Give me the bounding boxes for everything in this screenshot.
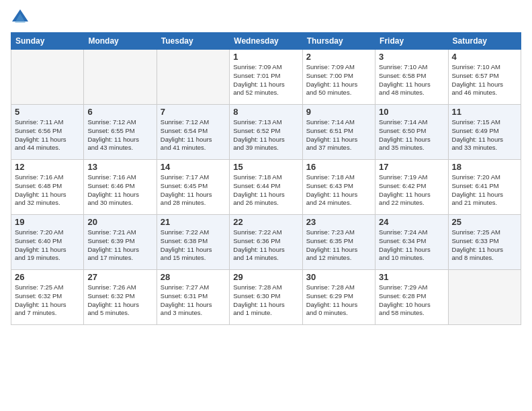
day-number: 7 [161, 107, 226, 117]
day-number: 31 [379, 272, 444, 282]
day-number: 25 [452, 217, 517, 227]
calendar-cell [157, 50, 229, 105]
day-info: Sunrise: 7:18 AM Sunset: 6:43 PM Dayligh… [306, 173, 371, 208]
logo-icon [11, 8, 30, 27]
day-number: 23 [306, 217, 371, 227]
day-number: 21 [161, 217, 226, 227]
calendar-cell: 8Sunrise: 7:13 AM Sunset: 6:52 PM Daylig… [230, 105, 302, 160]
day-number: 3 [379, 52, 444, 62]
day-number: 26 [15, 272, 80, 282]
day-info: Sunrise: 7:25 AM Sunset: 6:33 PM Dayligh… [452, 228, 517, 263]
day-number: 2 [306, 52, 371, 62]
calendar-cell: 3Sunrise: 7:10 AM Sunset: 6:58 PM Daylig… [375, 50, 448, 105]
week-row-5: 26Sunrise: 7:25 AM Sunset: 6:32 PM Dayli… [11, 270, 521, 325]
calendar-cell: 15Sunrise: 7:18 AM Sunset: 6:44 PM Dayli… [230, 160, 302, 215]
day-info: Sunrise: 7:28 AM Sunset: 6:30 PM Dayligh… [233, 283, 298, 318]
week-row-4: 19Sunrise: 7:20 AM Sunset: 6:40 PM Dayli… [11, 215, 521, 270]
logo [11, 8, 32, 27]
calendar-cell: 12Sunrise: 7:16 AM Sunset: 6:48 PM Dayli… [11, 160, 84, 215]
calendar-cell [448, 270, 521, 325]
calendar-cell: 7Sunrise: 7:12 AM Sunset: 6:54 PM Daylig… [157, 105, 229, 160]
day-info: Sunrise: 7:22 AM Sunset: 6:36 PM Dayligh… [233, 228, 298, 263]
calendar-page: Sunday Monday Tuesday Wednesday Thursday… [0, 0, 532, 411]
header-friday: Friday [375, 33, 448, 50]
calendar-cell: 11Sunrise: 7:15 AM Sunset: 6:49 PM Dayli… [448, 105, 521, 160]
day-info: Sunrise: 7:24 AM Sunset: 6:34 PM Dayligh… [379, 228, 444, 263]
day-info: Sunrise: 7:14 AM Sunset: 6:51 PM Dayligh… [306, 118, 371, 152]
header-sunday: Sunday [11, 33, 84, 50]
day-number: 30 [306, 272, 371, 282]
calendar-cell: 20Sunrise: 7:21 AM Sunset: 6:39 PM Dayli… [84, 215, 157, 270]
week-row-2: 5Sunrise: 7:11 AM Sunset: 6:56 PM Daylig… [11, 105, 521, 160]
calendar-cell: 10Sunrise: 7:14 AM Sunset: 6:50 PM Dayli… [375, 105, 448, 160]
calendar-cell: 30Sunrise: 7:28 AM Sunset: 6:29 PM Dayli… [302, 270, 375, 325]
day-number: 5 [15, 107, 80, 117]
calendar-cell: 4Sunrise: 7:10 AM Sunset: 6:57 PM Daylig… [448, 50, 521, 105]
calendar-cell: 27Sunrise: 7:26 AM Sunset: 6:32 PM Dayli… [84, 270, 157, 325]
day-info: Sunrise: 7:17 AM Sunset: 6:45 PM Dayligh… [161, 173, 226, 208]
calendar-cell: 16Sunrise: 7:18 AM Sunset: 6:43 PM Dayli… [302, 160, 375, 215]
calendar-cell: 28Sunrise: 7:27 AM Sunset: 6:31 PM Dayli… [157, 270, 229, 325]
day-info: Sunrise: 7:10 AM Sunset: 6:58 PM Dayligh… [379, 63, 444, 97]
day-info: Sunrise: 7:12 AM Sunset: 6:54 PM Dayligh… [161, 118, 226, 152]
header-wednesday: Wednesday [230, 33, 302, 50]
day-number: 6 [87, 107, 152, 117]
day-info: Sunrise: 7:09 AM Sunset: 7:01 PM Dayligh… [233, 63, 298, 97]
day-info: Sunrise: 7:09 AM Sunset: 7:00 PM Dayligh… [306, 63, 371, 97]
day-info: Sunrise: 7:12 AM Sunset: 6:55 PM Dayligh… [87, 118, 152, 152]
calendar-cell: 2Sunrise: 7:09 AM Sunset: 7:00 PM Daylig… [302, 50, 375, 105]
calendar-cell: 25Sunrise: 7:25 AM Sunset: 6:33 PM Dayli… [448, 215, 521, 270]
day-number: 4 [452, 52, 517, 62]
day-number: 14 [161, 162, 226, 172]
day-info: Sunrise: 7:27 AM Sunset: 6:31 PM Dayligh… [161, 283, 226, 318]
day-number: 11 [452, 107, 517, 117]
day-number: 28 [161, 272, 226, 282]
calendar-cell: 24Sunrise: 7:24 AM Sunset: 6:34 PM Dayli… [375, 215, 448, 270]
day-info: Sunrise: 7:14 AM Sunset: 6:50 PM Dayligh… [379, 118, 444, 152]
day-number: 17 [379, 162, 444, 172]
calendar-cell: 23Sunrise: 7:23 AM Sunset: 6:35 PM Dayli… [302, 215, 375, 270]
day-info: Sunrise: 7:18 AM Sunset: 6:44 PM Dayligh… [233, 173, 298, 208]
calendar-cell [84, 50, 157, 105]
header-monday: Monday [84, 33, 157, 50]
day-info: Sunrise: 7:29 AM Sunset: 6:28 PM Dayligh… [379, 283, 444, 318]
calendar-cell: 6Sunrise: 7:12 AM Sunset: 6:55 PM Daylig… [84, 105, 157, 160]
day-number: 13 [87, 162, 152, 172]
calendar-cell: 18Sunrise: 7:20 AM Sunset: 6:41 PM Dayli… [448, 160, 521, 215]
calendar-cell: 5Sunrise: 7:11 AM Sunset: 6:56 PM Daylig… [11, 105, 84, 160]
calendar-cell: 31Sunrise: 7:29 AM Sunset: 6:28 PM Dayli… [375, 270, 448, 325]
day-info: Sunrise: 7:20 AM Sunset: 6:40 PM Dayligh… [15, 228, 80, 263]
calendar-cell: 21Sunrise: 7:22 AM Sunset: 6:38 PM Dayli… [157, 215, 229, 270]
calendar-cell: 14Sunrise: 7:17 AM Sunset: 6:45 PM Dayli… [157, 160, 229, 215]
day-info: Sunrise: 7:23 AM Sunset: 6:35 PM Dayligh… [306, 228, 371, 263]
day-number: 22 [233, 217, 298, 227]
day-number: 9 [306, 107, 371, 117]
day-info: Sunrise: 7:19 AM Sunset: 6:42 PM Dayligh… [379, 173, 444, 208]
week-row-1: 1Sunrise: 7:09 AM Sunset: 7:01 PM Daylig… [11, 50, 521, 105]
day-number: 10 [379, 107, 444, 117]
day-info: Sunrise: 7:16 AM Sunset: 6:48 PM Dayligh… [15, 173, 80, 208]
day-number: 12 [15, 162, 80, 172]
calendar-cell: 29Sunrise: 7:28 AM Sunset: 6:30 PM Dayli… [230, 270, 302, 325]
day-number: 24 [379, 217, 444, 227]
calendar-cell: 13Sunrise: 7:16 AM Sunset: 6:46 PM Dayli… [84, 160, 157, 215]
day-info: Sunrise: 7:25 AM Sunset: 6:32 PM Dayligh… [15, 283, 80, 318]
day-info: Sunrise: 7:28 AM Sunset: 6:29 PM Dayligh… [306, 283, 371, 318]
day-number: 27 [87, 272, 152, 282]
day-info: Sunrise: 7:20 AM Sunset: 6:41 PM Dayligh… [452, 173, 517, 208]
calendar-cell: 22Sunrise: 7:22 AM Sunset: 6:36 PM Dayli… [230, 215, 302, 270]
day-number: 1 [233, 52, 298, 62]
day-number: 19 [15, 217, 80, 227]
day-info: Sunrise: 7:16 AM Sunset: 6:46 PM Dayligh… [87, 173, 152, 208]
day-number: 15 [233, 162, 298, 172]
calendar-body: 1Sunrise: 7:09 AM Sunset: 7:01 PM Daylig… [11, 50, 521, 325]
day-info: Sunrise: 7:26 AM Sunset: 6:32 PM Dayligh… [87, 283, 152, 318]
day-number: 20 [87, 217, 152, 227]
header [11, 8, 521, 27]
day-info: Sunrise: 7:15 AM Sunset: 6:49 PM Dayligh… [452, 118, 517, 152]
day-number: 29 [233, 272, 298, 282]
header-tuesday: Tuesday [157, 33, 229, 50]
weekday-header-row: Sunday Monday Tuesday Wednesday Thursday… [11, 33, 521, 50]
day-info: Sunrise: 7:10 AM Sunset: 6:57 PM Dayligh… [452, 63, 517, 97]
calendar-cell: 19Sunrise: 7:20 AM Sunset: 6:40 PM Dayli… [11, 215, 84, 270]
